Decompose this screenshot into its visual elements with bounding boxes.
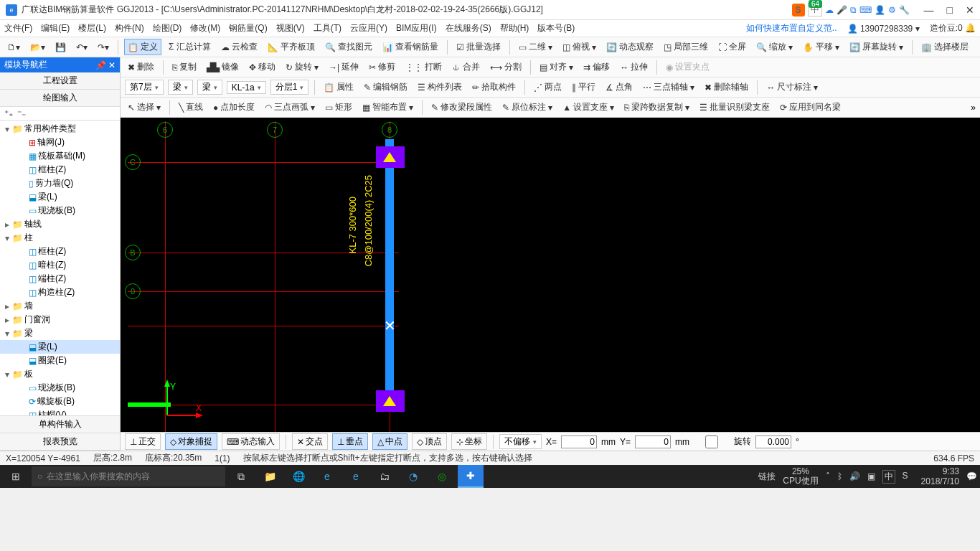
open-icon[interactable]: 📂▾: [27, 41, 48, 54]
update-badge[interactable]: 64: [809, 0, 822, 8]
user-id[interactable]: 👤 13907298339 ▾: [847, 24, 920, 34]
screen-rotate-button[interactable]: 🔄 屏幕旋转 ▾: [847, 39, 906, 55]
save-icon[interactable]: 💾: [52, 41, 69, 54]
move-button[interactable]: ✥ 移动: [246, 60, 278, 75]
osnap-toggle[interactable]: ◇ 对象捕捉: [165, 433, 217, 450]
report-preview-tab[interactable]: 报表预览: [0, 433, 120, 451]
apex-snap[interactable]: ◇ 顶点: [412, 433, 447, 450]
pick-button[interactable]: ✏ 拾取构件: [469, 80, 519, 95]
viewbar-button[interactable]: 📊 查看钢筋量: [380, 39, 441, 55]
clist-button[interactable]: ☰ 构件列表: [415, 80, 465, 95]
menu-draw[interactable]: 绘图(D): [153, 22, 182, 34]
merge-button[interactable]: ⫝ 合并: [449, 60, 483, 75]
bluetooth-icon[interactable]: ᛒ: [837, 471, 842, 481]
twopoint-button[interactable]: ⋰ 两点: [531, 80, 565, 95]
folder-icon[interactable]: 📁: [257, 465, 283, 488]
rotate-checkbox[interactable]: [694, 435, 730, 448]
ie-icon[interactable]: e: [343, 465, 369, 488]
topview-button[interactable]: ◫ 俯视 ▾: [560, 39, 599, 55]
sogou-icon[interactable]: S: [792, 4, 805, 17]
menu-version[interactable]: 版本号(B): [537, 22, 575, 34]
search-box[interactable]: ○ 在这里输入你要搜索的内容: [32, 466, 225, 486]
mini-add-icon[interactable]: ⁺₊: [4, 108, 13, 118]
menu-bim[interactable]: BIM应用(I): [396, 22, 437, 34]
cat1-dropdown[interactable]: 梁▾: [168, 80, 193, 95]
stretch-button[interactable]: ↔ 拉伸: [617, 60, 651, 75]
more-icon[interactable]: »: [971, 103, 976, 113]
x-input[interactable]: [561, 435, 597, 448]
component-tree[interactable]: ▾📁常用构件类型 ⊞轴网(J) ▦筏板基础(M) ◫框柱(Z) ▯剪力墙(Q) …: [0, 121, 120, 415]
comp-dropdown[interactable]: KL-1a▾: [227, 81, 266, 94]
cat2-dropdown[interactable]: 梁▾: [197, 80, 222, 95]
smart-tool[interactable]: ▦ 智能布置 ▾: [359, 100, 416, 115]
menu-file[interactable]: 文件(F): [4, 22, 32, 34]
select-floor-button[interactable]: 🏢 选择楼层: [918, 39, 971, 55]
beam-element[interactable]: [385, 139, 394, 412]
menu-help[interactable]: 帮助(H): [500, 22, 529, 34]
mid-snap[interactable]: △ 中点: [372, 433, 407, 450]
applysame-button[interactable]: ⟳ 应用到同名梁: [777, 100, 844, 115]
align-button[interactable]: ▤ 对齐 ▾: [537, 60, 576, 75]
offset-dropdown[interactable]: 不偏移▾: [499, 434, 542, 449]
layer-dropdown[interactable]: 分层1▾: [270, 80, 309, 95]
rotate-button[interactable]: ↻ 旋转 ▾: [283, 60, 321, 75]
sum-button[interactable]: Σ 汇总计算: [166, 39, 214, 55]
ortho-toggle[interactable]: ⊥ 正交: [125, 433, 161, 450]
2d-button[interactable]: ▭ 二维 ▾: [516, 39, 555, 55]
close-button[interactable]: ✕: [966, 4, 974, 16]
modspan-button[interactable]: ✎ 修改梁段属性: [428, 100, 495, 115]
tray-up-icon[interactable]: ˄: [826, 471, 830, 481]
define-button[interactable]: 📋 定义: [124, 39, 161, 55]
maximize-button[interactable]: □: [947, 4, 953, 16]
rect-tool[interactable]: ▭ 矩形: [322, 100, 355, 115]
menu-modify[interactable]: 修改(M): [190, 22, 220, 34]
split-button[interactable]: ⟷ 分割: [487, 60, 524, 75]
y-input[interactable]: [635, 435, 671, 448]
flat-button[interactable]: 📐 平齐板顶: [265, 39, 318, 55]
menu-floor[interactable]: 楼层(L): [78, 22, 106, 34]
dyn-toggle[interactable]: ⌨ 动态输入: [222, 433, 280, 450]
sogou-tray-icon[interactable]: S: [903, 471, 914, 482]
mirror-button[interactable]: ▟▙ 镜像: [204, 60, 242, 75]
prop-button[interactable]: 📋 属性: [321, 80, 357, 95]
app-icon-ggj[interactable]: ✚: [458, 465, 484, 488]
batch-select-button[interactable]: ☑ 批量选择: [453, 39, 504, 55]
mini-collapse-icon[interactable]: ⁻₋: [17, 108, 26, 118]
delete-button[interactable]: ✖ 删除: [125, 60, 157, 75]
tab-draw[interactable]: 绘图输入: [0, 90, 120, 107]
dim-button[interactable]: ↔ 尺寸标注 ▾: [763, 80, 821, 95]
undo-icon[interactable]: ↶▾: [73, 41, 90, 54]
menu-online[interactable]: 在线服务(S): [446, 22, 491, 34]
parallel-button[interactable]: ∥ 平行: [569, 80, 598, 95]
minimize-button[interactable]: —: [924, 4, 934, 16]
cloud-check-button[interactable]: ☁ 云检查: [218, 39, 260, 55]
trim-button[interactable]: ✂ 修剪: [366, 60, 398, 75]
editbar-button[interactable]: ✎ 编辑钢筋: [361, 80, 410, 95]
menu-component[interactable]: 构件(N): [115, 22, 144, 34]
arc3-tool[interactable]: ◠ 三点画弧 ▾: [262, 100, 318, 115]
menu-rebar[interactable]: 钢筋量(Q): [229, 22, 267, 34]
start-button[interactable]: ⊞: [3, 465, 29, 488]
single-input-tab[interactable]: 单构件输入: [0, 416, 120, 433]
local3d-button[interactable]: ◳ 局部三维: [661, 39, 711, 55]
zoom-button[interactable]: 🔍 缩放 ▾: [753, 39, 796, 55]
menu-edit[interactable]: 编辑(E): [41, 22, 70, 34]
new-icon[interactable]: 🗋▾: [4, 41, 23, 54]
cross-snap[interactable]: ✕ 交点: [292, 433, 328, 450]
rot-input[interactable]: [755, 435, 791, 448]
vert-snap[interactable]: ⊥ 垂点: [332, 433, 368, 450]
fullscreen-button[interactable]: ⛶ 全屏: [715, 39, 749, 55]
drawing-canvas[interactable]: 6 7 8 C B 0 KL-7 300*600 C8@100/200(4) 2…: [121, 118, 980, 432]
clock[interactable]: 9:33 2018/7/10: [921, 466, 959, 487]
help-link[interactable]: 如何快速布置自定义范..: [746, 22, 837, 34]
aux3-button[interactable]: ⋯ 三点辅轴 ▾: [640, 80, 697, 95]
edge-icon[interactable]: e: [314, 465, 340, 488]
pan-button[interactable]: ✋ 平移 ▾: [800, 39, 842, 55]
app-icon-1[interactable]: ◔: [400, 465, 426, 488]
break-button[interactable]: ⋮⋮ 打断: [402, 60, 445, 75]
link-label[interactable]: 链接: [758, 471, 776, 483]
coord-snap[interactable]: ⊹ 坐标: [451, 433, 487, 450]
notification-icon[interactable]: 💬: [966, 471, 977, 481]
support-button[interactable]: ▲ 设置支座 ▾: [560, 100, 617, 115]
offset-button[interactable]: ⇉ 偏移: [580, 60, 613, 75]
